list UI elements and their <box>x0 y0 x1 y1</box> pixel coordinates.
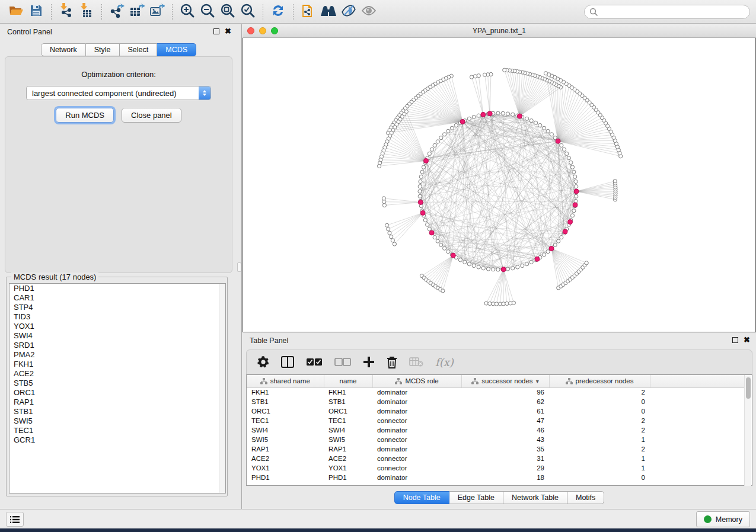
control-panel: Control Panel ✖ Network Style Select MCD… <box>0 24 237 509</box>
splitter-grip-icon[interactable] <box>237 262 241 272</box>
tab-mcds[interactable]: MCDS <box>157 43 196 56</box>
table-row[interactable]: ORC1ORC1dominator610 <box>247 406 745 416</box>
save-session-button[interactable] <box>26 2 46 21</box>
import-table-button[interactable] <box>76 2 97 21</box>
mcds-result-item[interactable]: GCR1 <box>9 435 225 445</box>
float-panel-icon[interactable] <box>213 28 219 34</box>
float-panel-icon[interactable] <box>732 337 738 343</box>
close-panel-icon[interactable]: ✖ <box>225 28 231 34</box>
export-table-icon <box>129 3 145 21</box>
mcds-result-item[interactable]: SRD1 <box>9 341 225 350</box>
panel-splitter[interactable] <box>237 24 242 509</box>
network-window-title: YPA_prune.txt_1 <box>473 27 526 35</box>
refresh-icon <box>271 4 285 20</box>
tab-network-table[interactable]: Network Table <box>503 491 567 504</box>
mcds-result-item[interactable]: TID3 <box>9 312 225 322</box>
network-canvas[interactable] <box>243 38 756 332</box>
table-row[interactable]: SWI5SWI5connector431 <box>247 435 745 444</box>
tab-network[interactable]: Network <box>41 43 86 56</box>
gear-icon <box>257 356 269 368</box>
mcds-result-item[interactable]: STP4 <box>9 303 225 312</box>
table-scrollbar-thumb[interactable] <box>746 377 751 399</box>
run-mcds-button[interactable]: Run MCDS <box>56 108 114 123</box>
close-panel-button[interactable]: Close panel <box>122 108 181 123</box>
column-header-shared-name[interactable]: shared name <box>247 375 324 387</box>
table-row[interactable]: TEC1TEC1connector472 <box>247 416 745 425</box>
zoom-fit-button[interactable] <box>218 2 238 21</box>
zoom-in-button[interactable] <box>177 2 197 21</box>
mcds-result-item[interactable]: SWI5 <box>9 416 225 426</box>
table-settings-button[interactable] <box>257 356 269 368</box>
mcds-result-item[interactable]: FKH1 <box>9 360 225 369</box>
column-header-predecessor-nodes[interactable]: predecessor nodes <box>549 375 650 387</box>
export-image-button[interactable] <box>147 2 167 21</box>
mcds-result-list[interactable]: PHD1CAR1STP4TID3YOX1SWI4SRD1PMA2FKH1ACE2… <box>9 283 226 493</box>
mcds-result-item[interactable]: RAP1 <box>9 398 225 407</box>
delete-table-icon <box>409 357 423 367</box>
toolbar-separator <box>172 4 173 20</box>
mcds-result-item[interactable]: STB1 <box>9 407 225 416</box>
search-box[interactable] <box>584 5 750 19</box>
mcds-result-item[interactable]: YOX1 <box>9 322 225 331</box>
table-row[interactable]: PHD1PHD1dominator180 <box>247 473 745 482</box>
search-input[interactable] <box>601 8 745 16</box>
optimization-criterion-select[interactable]: largest connected component (undirected) <box>26 86 211 100</box>
mcds-result-item[interactable]: SWI4 <box>9 331 225 341</box>
network-window-titlebar[interactable]: YPA_prune.txt_1 <box>243 24 756 38</box>
table-row[interactable]: FKH1FKH1dominator962 <box>247 387 745 397</box>
table-row[interactable]: SWI4SWI4dominator462 <box>247 425 745 435</box>
table-scrollbar[interactable] <box>744 376 751 486</box>
app-window: Control Panel ✖ Network Style Select MCD… <box>0 0 756 528</box>
zoom-selected-button[interactable] <box>238 2 258 21</box>
delete-column-button[interactable] <box>387 356 397 368</box>
mcds-result-item[interactable]: ORC1 <box>9 388 225 398</box>
mcds-result-item[interactable]: TEC1 <box>9 426 225 435</box>
function-builder-button[interactable]: f(x) <box>435 356 454 368</box>
table-row[interactable]: YOX1YOX1connector291 <box>247 463 745 473</box>
tab-motifs[interactable]: Motifs <box>567 491 604 504</box>
show-all-button[interactable] <box>359 2 379 21</box>
window-zoom-icon[interactable] <box>271 27 278 34</box>
column-header-MCDS-role[interactable]: MCDS role <box>372 375 461 387</box>
open-session-button[interactable] <box>6 2 26 21</box>
hide-selected-button[interactable] <box>339 2 359 21</box>
node-table[interactable]: shared namenameMCDS rolesuccessor nodes▾… <box>246 374 752 486</box>
select-all-rows-button[interactable] <box>306 357 323 367</box>
deselect-all-rows-button[interactable] <box>334 357 351 367</box>
window-close-icon[interactable] <box>247 27 254 34</box>
refresh-button[interactable] <box>268 2 288 21</box>
mcds-result-item[interactable]: PHD1 <box>9 284 225 293</box>
memory-button[interactable]: Memory <box>696 511 750 527</box>
mcds-result-item[interactable]: ACE2 <box>9 369 225 379</box>
main-toolbar <box>0 0 756 24</box>
table-row[interactable]: RAP1RAP1dominator352 <box>247 444 745 454</box>
task-history-button[interactable] <box>6 512 24 527</box>
import-table-icon <box>79 3 94 21</box>
close-panel-icon[interactable]: ✖ <box>744 337 750 343</box>
tab-style[interactable]: Style <box>86 43 120 56</box>
first-neighbors-button[interactable] <box>318 2 339 21</box>
import-network-button[interactable] <box>56 2 76 21</box>
tab-node-table[interactable]: Node Table <box>394 491 449 504</box>
mcds-result-item[interactable]: PMA2 <box>9 350 225 360</box>
tab-select[interactable]: Select <box>120 43 158 56</box>
list-scrollbar[interactable] <box>219 284 225 493</box>
table-row[interactable]: ACE2ACE2connector311 <box>247 454 745 463</box>
zoom-out-button[interactable] <box>197 2 218 21</box>
mcds-result-item[interactable]: STB5 <box>9 379 225 388</box>
export-table-button[interactable] <box>127 2 147 21</box>
table-panel: Table Panel ✖ f(x) <box>243 333 756 509</box>
toolbar-separator <box>101 4 102 20</box>
zoom-out-icon <box>200 3 215 21</box>
column-header-successor-nodes[interactable]: successor nodes▾ <box>461 375 549 387</box>
destroy-table-button[interactable] <box>409 357 423 367</box>
network-snapshot-button[interactable] <box>298 2 318 21</box>
mcds-result-item[interactable]: CAR1 <box>9 293 225 303</box>
table-row[interactable]: STB1STB1dominator620 <box>247 397 745 406</box>
window-minimize-icon[interactable] <box>259 27 266 34</box>
show-columns-button[interactable] <box>281 356 294 368</box>
tab-edge-table[interactable]: Edge Table <box>449 491 503 504</box>
export-network-button[interactable] <box>107 2 127 21</box>
create-column-button[interactable] <box>363 356 375 368</box>
column-header-name[interactable]: name <box>324 375 372 387</box>
